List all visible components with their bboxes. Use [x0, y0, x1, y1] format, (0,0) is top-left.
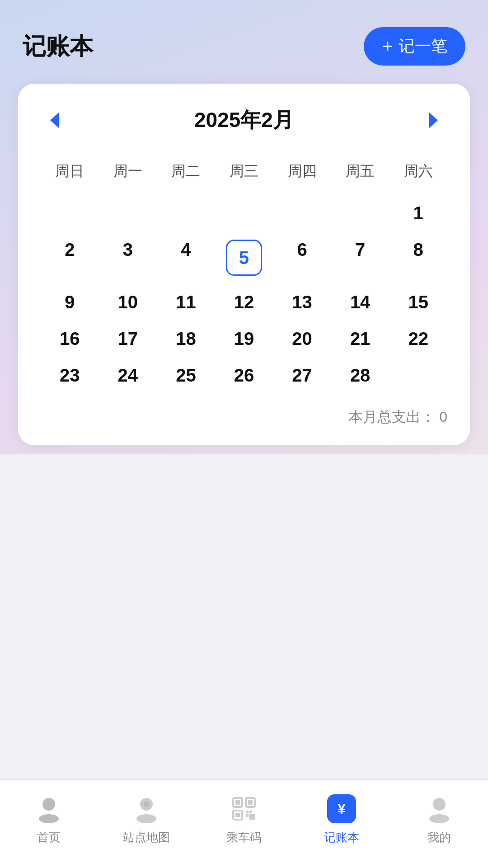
qr-icon	[230, 794, 258, 823]
profile-icon	[425, 794, 454, 823]
svg-rect-8	[235, 800, 240, 805]
day-cell-empty	[331, 195, 389, 231]
svg-point-5	[136, 814, 156, 823]
day-cell[interactable]: 18	[157, 321, 215, 357]
day-cell[interactable]: 19	[215, 321, 273, 357]
month-nav: 2025年2月	[41, 106, 447, 134]
nav-item-ledger[interactable]: ¥ 记账本	[293, 793, 390, 845]
day-cell[interactable]: 24	[99, 357, 157, 394]
calendar-grid: 周日周一周二周三周四周五周六12345678910111213141516171…	[41, 157, 447, 394]
next-month-button[interactable]	[420, 107, 447, 134]
day-cell[interactable]: 10	[99, 284, 157, 321]
nav-label-map: 站点地图	[123, 830, 170, 845]
svg-rect-13	[246, 811, 249, 813]
day-cell[interactable]: 5	[215, 231, 273, 284]
svg-rect-16	[249, 814, 255, 820]
day-cell[interactable]: 22	[389, 321, 447, 357]
nav-label-ledger: 记账本	[324, 830, 359, 845]
day-cell[interactable]: 27	[273, 357, 331, 394]
main-content	[0, 454, 488, 779]
ledger-icon-container: ¥	[325, 793, 358, 825]
nav-item-qr[interactable]: 乘车码	[195, 793, 293, 845]
weekday-header: 周六	[389, 157, 447, 195]
day-cell[interactable]: 25	[157, 357, 215, 394]
day-cell[interactable]: 12	[215, 284, 273, 321]
svg-marker-0	[50, 112, 59, 128]
bottom-nav: 首页 站点地图 乘车码	[0, 779, 488, 868]
day-cell[interactable]: 7	[331, 231, 389, 284]
day-cell[interactable]: 6	[273, 231, 331, 284]
month-total: 本月总支出： 0	[41, 407, 447, 427]
nav-label-home: 首页	[37, 830, 61, 845]
home-icon	[34, 794, 63, 823]
day-cell[interactable]: 15	[389, 284, 447, 321]
profile-icon-container	[423, 793, 455, 825]
day-cell-empty	[215, 195, 273, 231]
qr-icon-container	[228, 793, 260, 825]
weekday-header: 周一	[99, 157, 157, 195]
day-cell[interactable]: 1	[389, 195, 447, 231]
month-title: 2025年2月	[194, 106, 294, 134]
day-cell[interactable]: 14	[331, 284, 389, 321]
nav-label-profile: 我的	[427, 830, 451, 845]
svg-point-2	[42, 798, 55, 811]
day-cell[interactable]: 3	[99, 231, 157, 284]
weekday-header: 周二	[157, 157, 215, 195]
day-cell-empty	[157, 195, 215, 231]
month-total-label: 本月总支出：	[348, 409, 435, 425]
svg-rect-15	[246, 814, 249, 817]
day-cell[interactable]: 21	[331, 321, 389, 357]
nav-label-qr: 乘车码	[226, 830, 262, 845]
day-cell-empty	[41, 195, 99, 231]
nav-item-profile[interactable]: 我的	[390, 793, 488, 845]
page-header: 记账本 + 记一笔	[0, 0, 488, 79]
weekday-header: 周日	[41, 157, 99, 195]
map-icon	[132, 794, 161, 823]
plus-icon: +	[382, 37, 393, 56]
day-cell-empty	[99, 195, 157, 231]
weekday-header: 周四	[273, 157, 331, 195]
svg-point-6	[144, 802, 149, 807]
day-cell[interactable]: 4	[157, 231, 215, 284]
day-cell[interactable]: 20	[273, 321, 331, 357]
nav-item-map[interactable]: 站点地图	[98, 793, 195, 845]
svg-rect-10	[248, 800, 253, 805]
nav-item-home[interactable]: 首页	[0, 793, 98, 845]
day-cell[interactable]: 28	[331, 357, 389, 394]
add-entry-button[interactable]: + 记一笔	[364, 27, 465, 66]
svg-point-18	[429, 814, 449, 823]
svg-point-3	[39, 814, 59, 823]
day-cell[interactable]: 23	[41, 357, 99, 394]
day-cell-empty	[273, 195, 331, 231]
day-cell[interactable]: 2	[41, 231, 99, 284]
map-icon-container	[130, 793, 163, 825]
prev-month-button[interactable]	[41, 107, 68, 134]
day-cell[interactable]: 11	[157, 284, 215, 321]
day-cell[interactable]: 8	[389, 231, 447, 284]
page-title: 记账本	[23, 31, 93, 62]
calendar-card: 2025年2月 周日周一周二周三周四周五周六123456789101112131…	[18, 84, 470, 445]
svg-marker-1	[429, 112, 438, 128]
day-cell[interactable]: 16	[41, 321, 99, 357]
home-icon-container	[33, 793, 65, 825]
add-button-label: 记一笔	[399, 35, 447, 57]
svg-rect-12	[235, 813, 240, 817]
day-cell[interactable]: 13	[273, 284, 331, 321]
day-cell[interactable]: 26	[215, 357, 273, 394]
weekday-header: 周五	[331, 157, 389, 195]
svg-point-17	[433, 798, 446, 811]
ledger-icon: ¥	[327, 794, 356, 823]
day-cell[interactable]: 9	[41, 284, 99, 321]
svg-rect-14	[249, 811, 252, 813]
month-total-value: 0	[439, 409, 447, 425]
day-cell[interactable]: 17	[99, 321, 157, 357]
weekday-header: 周三	[215, 157, 273, 195]
